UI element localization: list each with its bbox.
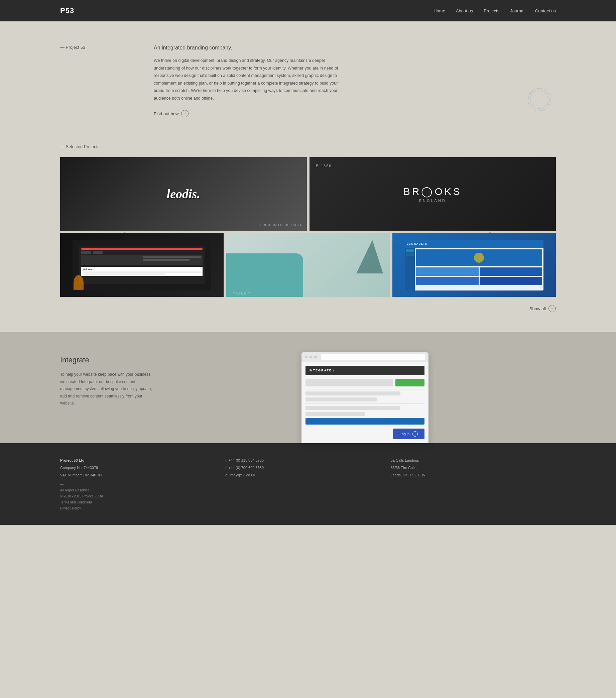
digital-content-text <box>142 255 202 263</box>
van-scene: TRANSIT <box>226 233 390 297</box>
login-arrow-icon: → <box>412 431 418 436</box>
browser-field-green <box>395 379 424 387</box>
show-all-text: Show all <box>529 306 546 311</box>
footer-contact-info: t: +44 (0) 113 834 3765 f: +44 (0) 700 6… <box>225 457 390 479</box>
browser-divider-2 <box>306 404 424 404</box>
browser-content: INTEGRATE / Log in → <box>302 362 429 443</box>
stamp-svg: PROJECT 53 · LEEDS · WY · <box>526 86 552 113</box>
footer-privacy-link[interactable]: Privacy Policy <box>60 506 81 510</box>
brooks-sub-text: ENGLAND <box>419 198 446 203</box>
footer-address-2: 36/38 The Calls, <box>391 464 556 471</box>
project-card-transit[interactable]: TRANSIT <box>226 233 390 297</box>
character-figure <box>73 275 84 290</box>
login-text: Log in <box>400 432 410 436</box>
projects-section: — Selected Projects 53.7997°N, 1.5492°W … <box>0 137 616 332</box>
browser-dot-2 <box>309 356 312 358</box>
projects-grid-top: leodis. PREMIUM LEEDS LAGER B 1866 BR◯OK… <box>60 157 556 231</box>
digital-text-line <box>143 259 189 261</box>
browser-field-1 <box>306 379 393 387</box>
hero-body: We thrive on digital development, brand … <box>154 57 341 102</box>
sidebar-item-1 <box>406 249 414 252</box>
digital-text-line <box>143 256 201 258</box>
footer-tel1: t: +44 (0) 113 834 3765 <box>225 457 390 464</box>
digital-content-area <box>81 255 202 265</box>
footer-email: e: info@p53.co.uk <box>225 471 390 479</box>
digital-nav-row <box>81 251 202 254</box>
main-nav: Home About us Projects Journal Contact u… <box>434 8 556 13</box>
van-body <box>226 253 303 297</box>
browser-mockup: INTEGRATE / Log in → <box>302 352 429 443</box>
projects-section-title: — Selected Projects <box>60 144 100 149</box>
sea-grid-item <box>416 267 479 276</box>
footer-address-1: 5a Calls Landing, <box>391 457 556 464</box>
integrate-body: To help your website keep pace with your… <box>60 371 154 407</box>
sea-cadets-mockup: SEA CADETS <box>405 240 544 291</box>
sea-hero-banner <box>416 249 543 266</box>
nav-contact[interactable]: Contact us <box>535 8 556 13</box>
footer-company-info: Project 53 Ltd Company No: 7443079 VAT N… <box>60 457 225 479</box>
digital-welcome-line <box>83 271 201 273</box>
project-card-leodis[interactable]: leodis. PREMIUM LEEDS LAGER <box>60 157 307 231</box>
nav-journal[interactable]: Journal <box>510 8 524 13</box>
nav-home[interactable]: Home <box>434 8 445 13</box>
show-all-link[interactable]: Show all → <box>529 305 556 312</box>
footer-company-col: Project 53 Ltd Company No: 7443079 VAT N… <box>60 457 225 512</box>
project-card-brooks[interactable]: B 1866 BR◯OKS ENGLAND <box>309 157 556 231</box>
projects-grid-bottom: Welcome TRANSIT <box>60 233 556 297</box>
nav-about[interactable]: About us <box>456 8 473 13</box>
sea-cadets-nav: SEA CADETS <box>405 240 544 248</box>
footer-contact-col: t: +44 (0) 113 834 3765 f: +44 (0) 700 6… <box>225 457 390 479</box>
browser-row-thin-2 <box>306 397 377 402</box>
browser-dot-3 <box>314 356 317 358</box>
project-card-digital[interactable]: Welcome <box>60 233 224 297</box>
show-all-arrow-icon: → <box>548 305 556 312</box>
digital-welcome-text: Welcome <box>83 268 201 270</box>
projects-header: — Selected Projects <box>60 144 556 149</box>
footer-company-name: Project 53 Ltd <box>60 457 225 464</box>
project-card-sea-cadets[interactable]: SEA CADETS <box>392 233 556 297</box>
footer-rights: All Rights Reserved. <box>60 487 225 493</box>
digital-welcome-box: Welcome <box>81 267 202 276</box>
digital-nav-item <box>81 251 91 254</box>
find-out-text: Find out how <box>154 111 179 116</box>
svg-point-1 <box>530 90 548 108</box>
footer-copyright: © 2010 - 2015 Project 53 Ltd <box>60 493 225 500</box>
digital-screen-display: Welcome <box>79 246 204 284</box>
integrate-label: INTEGRATE / <box>309 369 335 372</box>
site-header: P53 Home About us Projects Journal Conta… <box>0 0 616 22</box>
sea-grid-item <box>416 277 479 285</box>
hero-right: An integrated branding company. We thriv… <box>154 45 506 117</box>
integrate-left: Integrate To help your website keep pace… <box>60 352 154 407</box>
leodis-tagline: PREMIUM LEEDS LAGER <box>261 223 303 227</box>
integrate-section: Integrate To help your website keep pace… <box>0 332 616 443</box>
sea-grid <box>416 267 543 285</box>
digital-welcome-line <box>83 274 166 275</box>
sea-mascot <box>474 253 484 263</box>
site-logo: P53 <box>60 6 74 15</box>
browser-row-thin-4 <box>306 412 365 416</box>
site-footer: Project 53 Ltd Company No: 7443079 VAT N… <box>0 443 616 525</box>
brooks-logo-text: BR◯OKS <box>403 185 462 197</box>
sea-grid-item <box>480 267 542 276</box>
svg-text:PROJECT 53 · LEEDS · WY ·: PROJECT 53 · LEEDS · WY · <box>528 88 551 112</box>
find-out-link[interactable]: Find out how → <box>154 110 188 117</box>
integrate-right: INTEGRATE / Log in → <box>174 352 556 443</box>
footer-tel2: f: +44 (0) 700 609 8589 <box>225 464 390 471</box>
transit-label: TRANSIT <box>233 292 251 295</box>
footer-address-info: 5a Calls Landing, 36/38 The Calls, Leeds… <box>391 457 556 479</box>
footer-terms-link[interactable]: Terms and Conditions <box>60 500 93 504</box>
footer-address-3: Leeds, UK. LS2 7EW <box>391 471 556 479</box>
login-section: Log in → <box>306 429 424 439</box>
find-out-arrow-icon: → <box>181 110 188 117</box>
hero-subtitle: — Project 53 <box>60 45 134 50</box>
nav-projects[interactable]: Projects <box>484 8 499 13</box>
brooks-building-number: B 1866 <box>316 164 332 168</box>
digital-content-image <box>81 255 142 265</box>
stamp-container: PROJECT 53 · LEEDS · WY · <box>526 86 556 114</box>
login-button[interactable]: Log in → <box>393 429 424 439</box>
projects-wrapper: 53.7997°N, 1.5492°W +44 (0) 1138343765 l… <box>60 157 556 319</box>
integrate-header-bar: INTEGRATE / <box>306 366 424 375</box>
browser-url-bar <box>321 354 425 360</box>
footer-company-no: Company No: 7443079 <box>60 464 225 471</box>
sidebar-item-3 <box>406 257 414 260</box>
